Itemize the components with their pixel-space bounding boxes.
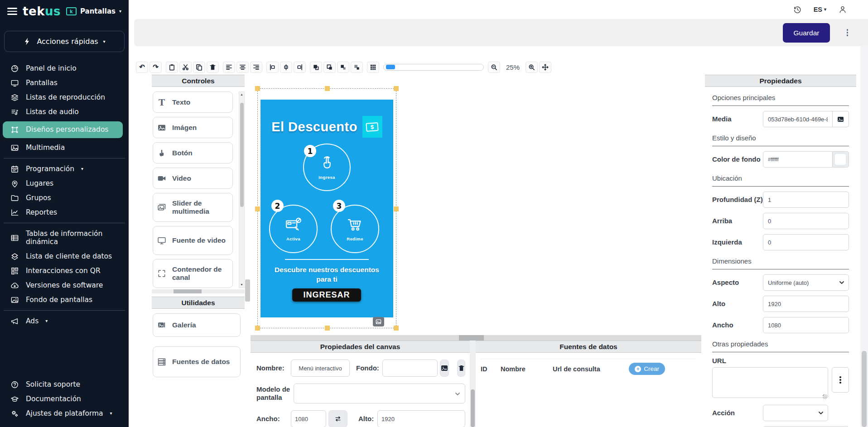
sidebar-item-pantallas[interactable]: Pantallas [0,76,129,90]
bring-to-front-button[interactable] [337,62,349,73]
zoom-slider-thumb[interactable] [386,65,395,69]
sidebar-item-interacciones-qr[interactable]: Interacciones con QR [0,264,129,278]
grid-toggle-button[interactable] [367,62,379,73]
controls-scrollbar-thumb[interactable] [240,103,244,207]
send-backward-button[interactable] [323,62,336,73]
copy-button[interactable] [193,62,205,73]
canvas-vscrollbar-thumb[interactable] [245,279,250,302]
cut-button[interactable] [179,62,192,73]
page-scrollbar-thumb[interactable] [862,351,867,427]
distribute-right-button[interactable] [294,62,306,73]
app-logo[interactable]: tekus [23,5,61,17]
resize-handle-sw[interactable] [255,326,260,331]
media-input[interactable] [763,111,833,127]
redo-button[interactable]: ↷ [149,62,162,73]
undo-button[interactable]: ↶ [136,62,148,73]
control-imagen[interactable]: Imágen [153,117,233,138]
sidebar-item-grupos[interactable]: Grupos [0,191,129,205]
width-input[interactable] [763,317,849,333]
control-video[interactable]: Video [153,168,233,189]
sidebar-item-tablas-informacion-dinamica[interactable]: Tablas de información dinámica [0,226,129,249]
controls-hscrollbar-thumb[interactable] [174,289,202,293]
resize-handle-w[interactable] [255,206,260,211]
sidebar-item-ads[interactable]: Ads [0,314,129,328]
aspect-select[interactable]: Uniforme (auto) [763,274,849,291]
resize-handle-nw[interactable] [255,86,260,91]
resize-handle-se[interactable] [394,326,399,331]
clear-background-button[interactable] [457,360,465,377]
save-button[interactable]: Guardar [783,23,830,43]
sidebar-item-panel-de-inicio[interactable]: Panel de inicio [0,61,129,76]
control-contenedor-canal[interactable]: Contenedor de canal [153,259,233,288]
utility-galeria[interactable]: Galería [153,313,241,337]
align-left-button[interactable] [223,62,235,73]
sidebar-item-ajustes-plataforma[interactable]: Ajustes de plataforma [0,406,129,421]
bg-color-input[interactable] [763,151,833,168]
sidebar-item-reportes[interactable]: Reportes [0,205,129,220]
send-to-back-button[interactable] [351,62,363,73]
scroll-down-arrow[interactable]: ▼ [239,282,244,288]
sidebar-item-solicita-soporte[interactable]: Solicita soporte [0,377,129,392]
canvas-name-input[interactable] [291,360,350,377]
align-center-button[interactable] [236,62,249,73]
media-picker-button[interactable] [833,111,849,127]
more-options-icon[interactable] [847,29,849,36]
canvas-hscrollbar-thumb[interactable] [459,335,484,341]
left-input[interactable] [763,234,849,250]
bring-forward-button[interactable] [310,62,322,73]
utility-fuentes-datos[interactable]: Fuentes de datos [153,346,241,377]
color-swatch-button[interactable] [833,151,849,168]
sidebar-item-lugares[interactable]: Lugares [0,176,129,191]
screen-model-select[interactable] [294,384,465,403]
control-boton[interactable]: Botón [153,142,233,163]
language-selector[interactable]: ES [814,6,826,13]
selected-design-element[interactable]: El Descuento $ Ingresa Activa Redime [257,88,396,328]
quick-actions-button[interactable]: Acciones rápidas [4,31,125,52]
zoom-in-button[interactable] [526,62,538,73]
zoom-out-button[interactable] [488,62,500,73]
user-icon[interactable] [838,5,847,14]
canvas-height-input[interactable] [377,410,465,427]
url-options-button[interactable] [832,367,849,393]
sidebar-item-multimedia[interactable]: Multimedia [0,140,129,155]
hamburger-menu-icon[interactable] [7,6,17,17]
delete-button[interactable] [207,62,219,73]
canvas-background-input[interactable] [382,360,438,377]
create-data-source-button[interactable]: + Crear [629,363,665,375]
bottom-panels-scrollbar-thumb[interactable] [471,389,475,427]
url-textarea[interactable] [712,367,828,398]
height-input[interactable] [763,296,849,312]
sidebar-item-versiones-software[interactable]: Versiones de software [0,278,129,293]
swap-dimensions-button[interactable] [328,410,347,427]
paste-button[interactable] [166,62,178,73]
distribute-center-button[interactable] [280,62,292,73]
top-input[interactable] [763,213,849,229]
sidebar-item-listas-de-reproduccion[interactable]: Listas de reproducción [0,90,129,105]
sidebar-item-listas-de-audio[interactable]: Listas de audio [0,105,129,119]
control-slider-multimedia[interactable]: Slider de multimedia [153,193,233,222]
z-depth-input[interactable] [763,192,849,208]
control-texto[interactable]: T Texto [153,91,233,113]
screens-menu[interactable]: k Pantallas [66,7,121,15]
canvas-width-input[interactable] [291,410,326,427]
resize-grip-icon[interactable] [823,394,827,399]
pan-button[interactable] [539,62,551,73]
distribute-left-button[interactable] [266,62,279,73]
control-fuente-video[interactable]: Fuente de video [153,226,233,255]
history-icon[interactable] [793,5,802,14]
sidebar-item-lista-cliente-datos[interactable]: Lista de cliente de datos [0,249,129,264]
resize-handle-s[interactable] [325,326,330,331]
sidebar-item-documentacion[interactable]: Documentación [0,392,129,406]
resize-handle-e[interactable] [394,206,399,211]
align-right-button[interactable] [250,62,262,73]
zoom-slider[interactable] [383,64,484,71]
background-picker-button[interactable] [440,360,449,377]
action-select[interactable] [763,405,828,421]
sidebar-item-fondo-pantallas[interactable]: Fondo de pantallas [0,293,129,307]
sidebar-item-programacion[interactable]: Programación [0,162,129,176]
resize-handle-n[interactable] [325,86,330,91]
image-icon [440,365,448,372]
sidebar-item-disenos-personalizados[interactable]: Diseños personalizados [3,121,123,138]
resize-handle-ne[interactable] [394,86,399,91]
scroll-up-arrow[interactable]: ▲ [239,92,244,97]
